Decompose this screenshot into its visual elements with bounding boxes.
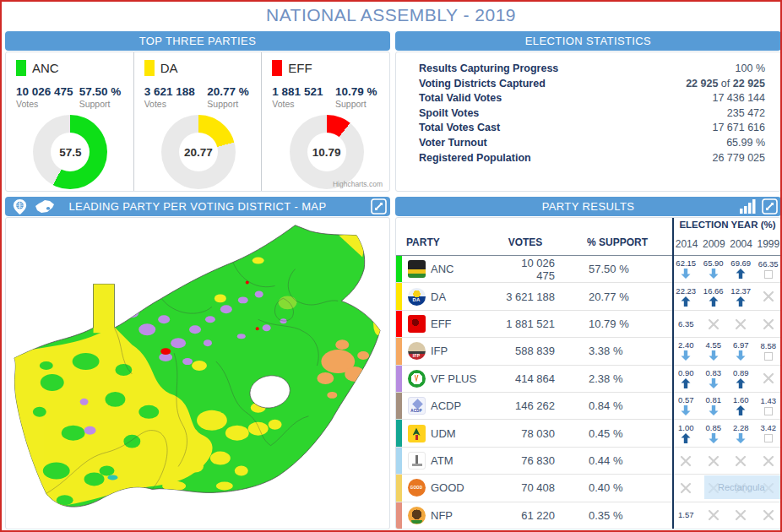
donut-value: 57.5: [33, 115, 107, 189]
stat-value: 22 925 of 22 925: [686, 77, 765, 92]
history-cell: 0.90: [672, 366, 700, 392]
stat-value: 65.99 %: [726, 136, 765, 151]
party-row-anc[interactable]: ANC10 026 47557.50 %62.1565.9069.6966.35: [396, 256, 780, 283]
history-cell: 12.37: [727, 283, 755, 309]
results-expand-button[interactable]: [762, 198, 778, 214]
anc-color-swatch: [16, 60, 26, 76]
history-value: 0.81: [706, 396, 722, 404]
party-votes: 10 026 475: [502, 257, 555, 282]
support-label: Support: [335, 99, 381, 109]
stat-label: Voting Districts Captured: [419, 77, 546, 92]
party-row-vf-plus[interactable]: VF PLUS414 8642.38 %0.900.830.89: [396, 366, 780, 393]
eff-logo: [408, 315, 426, 333]
ifp-logo: IFP: [408, 342, 426, 360]
panel-title: TOP THREE PARTIES: [139, 35, 257, 47]
history-cell: [672, 448, 700, 474]
eff-donut-chart[interactable]: 10.79: [290, 115, 364, 189]
party-support: 0.44 %: [587, 454, 672, 467]
stat-value: 100 %: [736, 62, 765, 77]
history-cell: 0.57: [672, 393, 700, 419]
history-cell: 62.15: [672, 256, 700, 282]
history-cell: 8.58: [755, 338, 782, 364]
history-cell: 0.81: [700, 393, 728, 419]
map-expand-button[interactable]: [371, 198, 387, 214]
party-card-eff: EFF 1 881 521 Votes 10.79 % Support 10.7…: [261, 52, 389, 191]
snip-tooltip-overlay: Rectangula: [704, 475, 780, 499]
da-donut-chart[interactable]: 20.77: [161, 115, 236, 189]
south-africa-icon[interactable]: [35, 199, 55, 214]
table-divider: [672, 218, 674, 529]
globe-pin-icon[interactable]: [12, 198, 28, 215]
party-row-da[interactable]: DADA3 621 18820.77 %22.2316.6612.37: [396, 283, 780, 310]
column-votes: VOTES: [496, 236, 555, 248]
party-votes: 61 220: [502, 509, 555, 522]
history-cell: 69.69: [727, 256, 755, 282]
party-name: UDM: [431, 427, 502, 440]
history-value: 8.58: [761, 342, 777, 350]
panel-title: PARTY RESULTS: [542, 200, 635, 213]
party-row-nfp[interactable]: NFP61 2200.35 %1.57: [396, 502, 780, 529]
nfp-logo: [408, 507, 426, 524]
expand-icon: [762, 198, 778, 214]
party-name: DA: [431, 290, 502, 303]
history-cell: [727, 311, 755, 337]
bar-chart-icon[interactable]: [740, 199, 757, 214]
donut-value: 20.77: [161, 115, 236, 189]
south-africa-map[interactable]: [6, 218, 389, 529]
party-row-eff[interactable]: EFF1 881 52110.79 %6.35: [396, 311, 780, 338]
map-panel-header: LEADING PARTY PER VOTING DISTRICT - MAP: [5, 197, 390, 216]
history-value: 0.89: [733, 369, 749, 377]
good-logo: GOOD: [408, 479, 426, 497]
party-votes: 414 864: [502, 372, 555, 385]
top-three-parties-content: ANC 10 026 475 Votes 57.50 % Support 57.…: [5, 52, 390, 192]
party-votes: 1 881 521: [272, 85, 335, 98]
anc-donut-chart[interactable]: 57.5: [33, 115, 107, 189]
stat-label: Registered Population: [419, 151, 531, 166]
history-value: 3.42: [761, 424, 777, 432]
eff-color-swatch: [272, 60, 282, 76]
votes-label: Votes: [16, 99, 79, 109]
party-support: 10.79 %: [335, 85, 381, 98]
map-content: [5, 217, 390, 529]
party-color-strip: [396, 283, 402, 309]
party-row-ifp[interactable]: IFPIFP588 8393.38 %2.404.556.978.58: [396, 338, 780, 365]
vf-plus-logo: [408, 370, 426, 388]
party-color-strip: [396, 475, 402, 501]
support-label: Support: [79, 99, 125, 109]
top-three-parties-panel: TOP THREE PARTIES ANC 10 026 475 Votes 5…: [5, 31, 390, 192]
party-support: 0.40 %: [587, 481, 672, 494]
history-cell: 1.00: [672, 420, 700, 446]
party-color-strip: [396, 393, 402, 419]
party-row-udm[interactable]: UDM78 0300.45 %1.000.852.283.42: [396, 420, 780, 447]
party-color-strip: [396, 338, 402, 364]
history-cell: 0.89: [727, 366, 755, 392]
history-value: 65.90: [703, 259, 724, 268]
history-value: 16.66: [703, 287, 724, 296]
history-cell: [700, 502, 728, 529]
party-row-atm[interactable]: ATM76 8300.44 %: [396, 448, 780, 475]
stat-value: 17 671 616: [712, 121, 765, 136]
history-value: 69.69: [730, 259, 751, 268]
party-support: 57.50 %: [587, 263, 672, 275]
party-color-strip: [396, 420, 402, 446]
party-name: GOOD: [431, 481, 502, 494]
party-votes: 3 621 188: [502, 290, 555, 303]
history-cell: [755, 366, 782, 392]
year-label: 2014: [673, 238, 700, 250]
history-cell: 22.23: [672, 283, 700, 309]
stat-label: Spoilt Votes: [419, 106, 479, 122]
results-table-header: PARTY VOTES % SUPPORT ELECTION YEAR (%) …: [396, 218, 780, 256]
history-value: 1.43: [761, 397, 777, 405]
party-name: ATM: [431, 454, 502, 467]
history-cell: [755, 502, 782, 529]
party-card-da: DA 3 621 188 Votes 20.77 % Support 20.77: [133, 52, 262, 191]
party-card-anc: ANC 10 026 475 Votes 57.50 % Support 57.…: [6, 52, 133, 191]
party-name: ANC: [431, 263, 502, 275]
acdp-logo: ACDP: [408, 397, 426, 415]
party-row-acdp[interactable]: ACDPACDP146 2620.84 %0.570.811.601.43: [396, 393, 780, 420]
party-name: DA: [160, 61, 178, 75]
map-panel: LEADING PARTY PER VOTING DISTRICT - MAP: [5, 197, 390, 529]
stat-row: Spoilt Votes235 472: [419, 106, 765, 122]
history-value: 4.55: [706, 341, 722, 350]
party-name: ANC: [32, 61, 59, 75]
